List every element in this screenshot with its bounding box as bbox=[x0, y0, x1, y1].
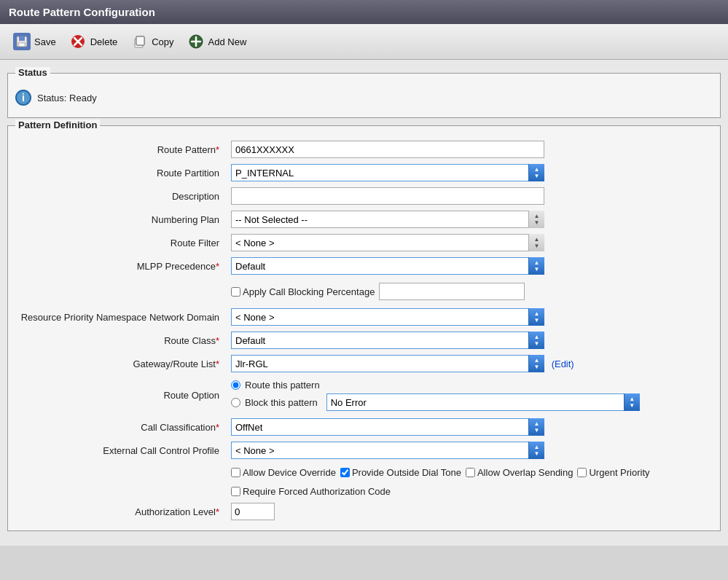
route-pattern-input[interactable] bbox=[231, 141, 544, 158]
resource-priority-value-cell: < None > ▲▼ bbox=[227, 305, 713, 329]
delete-icon bbox=[69, 33, 87, 50]
apply-call-blocking-check-row: Apply Call Blocking Percentage bbox=[231, 281, 708, 302]
numbering-plan-value-cell: -- Not Selected -- ▲▼ bbox=[227, 208, 713, 231]
status-section: Status i Status: Ready bbox=[7, 73, 721, 118]
svg-rect-9 bbox=[136, 36, 144, 45]
apply-call-blocking-row: Apply Call Blocking Percentage bbox=[15, 278, 713, 305]
route-partition-select[interactable]: P_INTERNAL bbox=[231, 164, 544, 181]
description-input[interactable] bbox=[231, 187, 544, 205]
authorization-level-input[interactable] bbox=[231, 503, 275, 520]
route-class-label-cell: Route Class* bbox=[15, 329, 227, 352]
pattern-definition-legend: Pattern Definition bbox=[15, 119, 100, 130]
allow-overlap-sending-checkbox[interactable] bbox=[466, 468, 475, 477]
numbering-plan-select[interactable]: -- Not Selected -- bbox=[231, 211, 544, 228]
allow-device-override-checkbox[interactable] bbox=[231, 468, 240, 477]
route-filter-label-cell: Route Filter bbox=[15, 231, 227, 254]
svg-rect-1 bbox=[19, 36, 25, 41]
route-pattern-label: Route Pattern bbox=[157, 144, 216, 155]
mlpp-label: MLPP Precedence bbox=[137, 261, 216, 272]
external-call-control-label: External Call Control Profile bbox=[103, 445, 219, 456]
apply-call-blocking-input[interactable] bbox=[379, 283, 525, 300]
urgent-priority-checkbox[interactable] bbox=[577, 468, 587, 477]
external-call-control-row: External Call Control Profile < None > ▲… bbox=[15, 439, 713, 462]
copy-button[interactable]: Copy bbox=[126, 30, 178, 53]
title-text: Route Pattern Configuration bbox=[9, 6, 155, 18]
route-partition-value-cell: P_INTERNAL ▲▼ bbox=[227, 161, 713, 184]
addnew-button[interactable]: Add New bbox=[183, 30, 251, 53]
authorization-level-label: Authorization Level bbox=[135, 506, 216, 517]
auth-level-star: * bbox=[216, 506, 219, 517]
block-this-pattern-row: Block this pattern No Error ▲▼ bbox=[231, 392, 708, 412]
no-error-select[interactable]: No Error bbox=[326, 393, 640, 411]
bottom-checkboxes-label-cell bbox=[15, 462, 227, 483]
page-title: Route Pattern Configuration bbox=[0, 0, 728, 24]
call-classification-label-cell: Call Classification* bbox=[15, 415, 227, 439]
numbering-plan-container: -- Not Selected -- ▲▼ bbox=[231, 211, 544, 228]
status-text: Status: Ready bbox=[37, 93, 97, 103]
call-classification-label: Call Classification bbox=[141, 422, 216, 433]
no-error-container: No Error ▲▼ bbox=[326, 393, 640, 411]
route-option-row: Route Option Route this pattern Block th… bbox=[15, 375, 713, 415]
copy-label: Copy bbox=[152, 36, 173, 47]
route-class-star: * bbox=[216, 335, 219, 346]
urgent-priority-label[interactable]: Urgent Priority bbox=[577, 467, 649, 478]
route-filter-select[interactable]: < None > bbox=[231, 234, 544, 251]
info-icon: i bbox=[15, 90, 31, 106]
bottom-checkboxes-value-cell: Allow Device Override Provide Outside Di… bbox=[227, 462, 713, 483]
call-classification-select[interactable]: OffNet bbox=[231, 418, 544, 436]
delete-button[interactable]: Delete bbox=[65, 30, 122, 53]
route-class-select[interactable]: Default bbox=[231, 332, 544, 349]
edit-link[interactable]: (Edit) bbox=[552, 358, 574, 369]
save-button[interactable]: Save bbox=[9, 30, 60, 53]
route-option-label-cell: Route Option bbox=[15, 375, 227, 415]
description-value-cell bbox=[227, 184, 713, 208]
authorization-level-label-cell: Authorization Level* bbox=[15, 500, 227, 523]
provide-outside-dial-tone-checkbox[interactable] bbox=[340, 468, 350, 477]
route-pattern-label-cell: Route Pattern* bbox=[15, 138, 227, 161]
numbering-plan-row: Numbering Plan -- Not Selected -- ▲▼ bbox=[15, 208, 713, 231]
allow-device-override-text: Allow Device Override bbox=[243, 467, 336, 478]
mlpp-container: Default ▲▼ bbox=[231, 257, 544, 275]
resource-priority-label-cell: Resource Priority Namespace Network Doma… bbox=[15, 305, 227, 329]
resource-priority-label: Resource Priority Namespace Network Doma… bbox=[21, 312, 219, 323]
urgent-priority-text: Urgent Priority bbox=[589, 467, 649, 478]
mlpp-row: MLPP Precedence* Default ▲▼ bbox=[15, 254, 713, 278]
apply-call-blocking-label[interactable]: Apply Call Blocking Percentage bbox=[231, 286, 375, 297]
allow-overlap-sending-label[interactable]: Allow Overlap Sending bbox=[466, 467, 574, 478]
copy-icon bbox=[130, 33, 148, 50]
save-icon bbox=[13, 33, 31, 50]
route-filter-value-cell: < None > ▲▼ bbox=[227, 231, 713, 254]
route-pattern-row: Route Pattern* bbox=[15, 138, 713, 161]
status-row: i Status: Ready bbox=[15, 85, 713, 110]
allow-device-override-label[interactable]: Allow Device Override bbox=[231, 467, 336, 478]
block-this-pattern-radio[interactable] bbox=[231, 398, 240, 407]
gateway-route-list-label-cell: Gateway/Route List* bbox=[15, 352, 227, 375]
apply-call-blocking-label-cell bbox=[15, 278, 227, 305]
resource-priority-select[interactable]: < None > bbox=[231, 308, 544, 326]
apply-call-blocking-text: Apply Call Blocking Percentage bbox=[243, 286, 375, 297]
route-option-label: Route Option bbox=[163, 390, 219, 401]
provide-outside-dial-tone-text: Provide Outside Dial Tone bbox=[352, 467, 461, 478]
route-this-pattern-label: Route this pattern bbox=[245, 380, 320, 391]
delete-label: Delete bbox=[90, 36, 118, 47]
apply-call-blocking-value-cell: Apply Call Blocking Percentage bbox=[227, 278, 713, 305]
external-call-control-value-cell: < None > ▲▼ bbox=[227, 439, 713, 462]
mlpp-select[interactable]: Default bbox=[231, 257, 544, 275]
numbering-plan-label-cell: Numbering Plan bbox=[15, 208, 227, 231]
call-classification-container: OffNet ▲▼ bbox=[231, 418, 544, 436]
gateway-route-list-select[interactable]: Jlr-RGL bbox=[231, 355, 544, 372]
external-call-control-select[interactable]: < None > bbox=[231, 442, 544, 459]
require-forced-auth-checkbox[interactable] bbox=[231, 487, 240, 496]
route-this-pattern-row: Route this pattern bbox=[231, 378, 708, 392]
call-classification-row: Call Classification* OffNet ▲▼ bbox=[15, 415, 713, 439]
apply-call-blocking-checkbox[interactable] bbox=[231, 287, 240, 297]
require-forced-auth-label[interactable]: Require Forced Authorization Code bbox=[231, 486, 708, 497]
route-this-pattern-radio[interactable] bbox=[231, 380, 240, 390]
route-partition-label: Route Partition bbox=[157, 168, 219, 179]
call-classification-value-cell: OffNet ▲▼ bbox=[227, 415, 713, 439]
route-filter-label: Route Filter bbox=[171, 238, 219, 248]
addnew-label: Add New bbox=[208, 36, 247, 47]
provide-outside-dial-tone-label[interactable]: Provide Outside Dial Tone bbox=[340, 467, 461, 478]
route-class-container: Default ▲▼ bbox=[231, 332, 544, 349]
mlpp-value-cell: Default ▲▼ bbox=[227, 254, 713, 278]
